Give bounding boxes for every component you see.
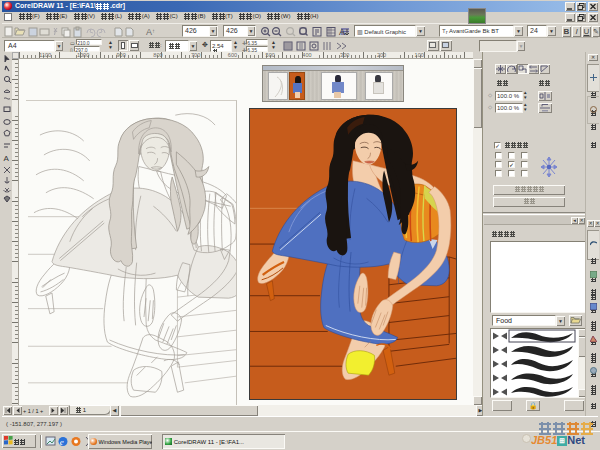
svg-text:A: A (339, 27, 345, 37)
svg-text:e: e (60, 437, 64, 447)
svg-text:↑: ↑ (152, 28, 155, 34)
svg-text:A: A (4, 154, 10, 163)
